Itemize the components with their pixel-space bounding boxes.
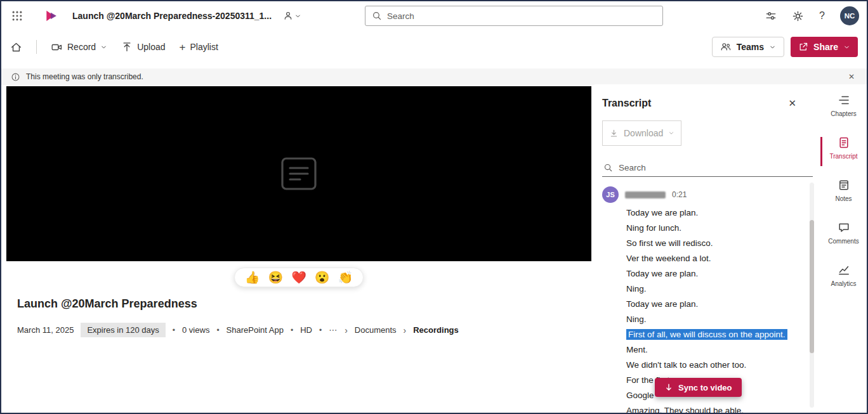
rail-label: Chapters xyxy=(831,110,857,117)
record-label: Record xyxy=(67,42,96,52)
sync-to-video-label: Sync to video xyxy=(678,383,732,392)
rail-label: Notes xyxy=(835,195,852,202)
upload-button[interactable]: Upload xyxy=(121,41,165,53)
reaction-surprised-icon[interactable]: 😮 xyxy=(315,271,330,283)
notes-icon xyxy=(838,179,850,191)
app-launcher-icon[interactable] xyxy=(8,6,27,25)
home-icon xyxy=(10,41,22,53)
transcript-icon xyxy=(838,136,850,149)
dot-separator: • xyxy=(319,326,322,335)
transcript-line[interactable]: Today we are plan. xyxy=(626,205,813,221)
video-player[interactable] xyxy=(6,86,591,261)
download-icon xyxy=(609,129,619,138)
search-icon xyxy=(372,11,382,21)
transcript-search-input[interactable] xyxy=(619,163,812,172)
expiry-badge: Expires in 120 days xyxy=(81,323,165,337)
transcript-entry-header: JS 0:21 xyxy=(602,186,813,203)
transcript-line[interactable]: Ver the weekend a lot. xyxy=(626,251,813,266)
transcript-close-icon[interactable]: ✕ xyxy=(786,96,799,110)
transcript-line[interactable]: Today we are plan. xyxy=(626,297,813,312)
reaction-laugh-icon[interactable]: 😆 xyxy=(268,271,283,283)
toolbar-left: Record Upload + Playlist xyxy=(10,40,218,54)
people-icon xyxy=(283,11,293,21)
rail-item-notes[interactable]: Notes xyxy=(820,179,867,208)
speaker-name-redacted xyxy=(625,191,666,198)
transcript-line[interactable]: Ning. xyxy=(626,281,813,297)
stream-video-page: Launch @20March Preparedness-20250311_1.… xyxy=(0,0,868,414)
reaction-heart-icon[interactable]: ❤️ xyxy=(291,271,306,283)
reaction-like-icon[interactable]: 👍 xyxy=(245,271,260,283)
chevron-down-icon xyxy=(668,130,674,136)
video-date: March 11, 2025 xyxy=(17,325,74,335)
playlist-button[interactable]: + Playlist xyxy=(180,42,218,53)
transcript-line[interactable]: Ning for lunch. xyxy=(626,221,813,236)
transcript-panel-header: Transcript ✕ xyxy=(595,84,822,110)
transcript-placeholder-icon xyxy=(276,156,322,191)
breadcrumb-documents[interactable]: Documents xyxy=(355,325,397,335)
transcript-line[interactable]: So first we will redisco. xyxy=(626,236,813,251)
topbar-right: ? NC xyxy=(765,1,859,30)
share-icon xyxy=(798,42,808,52)
breadcrumb-recordings[interactable]: Recordings xyxy=(413,325,459,335)
reactions-row: 👍 😆 ❤️ 😮 👏 xyxy=(6,268,591,287)
view-count: 0 views xyxy=(182,325,209,335)
breadcrumb-chevron-icon: › xyxy=(345,325,348,335)
transcript-download-button[interactable]: Download xyxy=(602,120,681,146)
banner-text: This meeting was only transcribed. xyxy=(26,72,143,81)
transcript-scrollbar-thumb[interactable] xyxy=(810,220,814,353)
transcript-line[interactable]: Today we are plan. xyxy=(626,266,813,281)
record-button[interactable]: Record xyxy=(51,41,107,53)
transcript-line[interactable]: Amazing. They should be able. xyxy=(626,403,813,414)
rail-item-chapters[interactable]: Chapters xyxy=(820,94,867,123)
reaction-applause-icon[interactable]: 👏 xyxy=(338,271,353,283)
reactions-bar: 👍 😆 ❤️ 😮 👏 xyxy=(234,268,364,287)
rail-item-comments[interactable]: Comments xyxy=(820,221,867,250)
search-icon xyxy=(603,163,613,172)
toolbar-right: Teams Share xyxy=(712,37,858,57)
app-source: SharePoint App xyxy=(227,325,284,335)
chevron-down-icon xyxy=(100,44,107,51)
help-icon[interactable]: ? xyxy=(819,10,825,22)
sync-to-video-button[interactable]: Sync to video xyxy=(655,378,742,397)
banner-close-icon[interactable]: ✕ xyxy=(846,71,857,82)
share-button[interactable]: Share xyxy=(791,37,858,57)
rail-label: Comments xyxy=(828,238,858,245)
transcript-panel: Transcript ✕ Download JS 0:21 xyxy=(595,84,822,414)
home-button[interactable] xyxy=(10,41,22,53)
transcript-panel-title: Transcript xyxy=(602,98,651,109)
rail-label: Transcript xyxy=(829,153,857,160)
account-avatar[interactable]: NC xyxy=(840,6,859,25)
comments-icon xyxy=(838,221,850,234)
chevron-down-icon xyxy=(843,44,850,51)
transcript-timestamp[interactable]: 0:21 xyxy=(672,190,687,199)
plus-icon: + xyxy=(180,42,186,53)
global-search-input[interactable] xyxy=(387,11,656,21)
teams-button[interactable]: Teams xyxy=(712,37,784,57)
upload-label: Upload xyxy=(137,42,165,52)
info-icon xyxy=(11,72,20,82)
more-options-icon[interactable]: ⋯ xyxy=(329,325,338,335)
video-title: Launch @20March Preparedness xyxy=(17,297,197,311)
teams-label: Teams xyxy=(737,42,764,52)
rail-label: Analytics xyxy=(831,280,856,287)
transcript-line[interactable]: Ment. xyxy=(626,342,813,358)
global-search xyxy=(365,6,663,26)
info-banner: This meeting was only transcribed. ✕ xyxy=(1,68,867,85)
quick-settings-sliders-icon[interactable] xyxy=(765,10,777,22)
analytics-icon xyxy=(838,264,850,276)
transcript-line-highlighted[interactable]: First of all, we will discuss on the app… xyxy=(626,327,813,342)
breadcrumb-chevron-icon: › xyxy=(404,325,407,335)
chevron-down-icon xyxy=(294,13,301,20)
arrow-down-icon xyxy=(664,383,673,392)
rail-item-analytics[interactable]: Analytics xyxy=(820,264,867,293)
stream-logo-icon[interactable] xyxy=(44,9,58,23)
teams-icon xyxy=(720,41,732,53)
dot-separator: • xyxy=(173,326,175,335)
permissions-button[interactable] xyxy=(283,11,301,21)
document-title: Launch @20March Preparedness-20250311_1.… xyxy=(72,11,272,21)
transcript-line[interactable]: We didn't talk to each other too. xyxy=(626,358,813,373)
settings-gear-icon[interactable] xyxy=(792,10,804,22)
rail-item-transcript[interactable]: Transcript xyxy=(820,136,867,165)
transcript-line[interactable]: Ning. xyxy=(626,312,813,327)
dot-separator: • xyxy=(291,326,293,335)
